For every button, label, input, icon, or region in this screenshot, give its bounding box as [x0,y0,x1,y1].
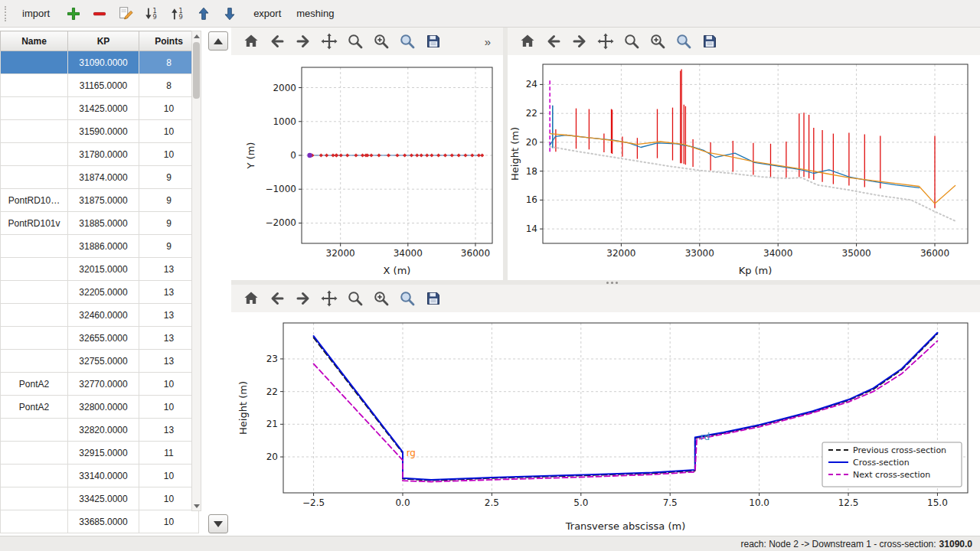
scroll-down-button[interactable] [208,514,228,533]
customize-icon [398,289,416,308]
splitter-grip-icon [606,282,609,284]
back-button[interactable] [266,289,287,309]
table-row[interactable]: PontRD101v31885.00009 [1,212,199,235]
forward-button[interactable] [569,31,590,52]
zoom-button[interactable] [345,31,365,52]
cell-kp: 31780.0000 [68,143,139,166]
subplots-button[interactable] [647,31,668,52]
forward-button[interactable] [292,289,313,309]
cell-points: 13 [139,304,199,327]
customize-icon [398,32,416,51]
table-row[interactable]: PontA232770.000010 [1,373,199,396]
back-button[interactable] [543,31,564,52]
svg-text:36000: 36000 [461,248,490,259]
scroll-up-button[interactable] [208,31,228,51]
cell-kp: 33685.0000 [68,510,139,533]
table-row[interactable]: 33685.000010 [1,510,199,533]
customize-button[interactable] [397,31,417,52]
save-button[interactable] [699,31,720,52]
subplots-button[interactable] [371,289,391,309]
table-row[interactable]: 31090.00008 [1,51,199,74]
table-scrollbar[interactable] [191,31,201,511]
pan-button[interactable] [318,289,339,309]
move-up-icon [195,5,212,22]
table-row[interactable]: 32915.000011 [1,442,199,465]
move-down-button[interactable] [220,4,240,24]
customize-button[interactable] [673,31,694,52]
forward-button[interactable] [292,31,313,52]
home-button[interactable] [240,289,261,309]
svg-text:5.0: 5.0 [573,497,588,508]
cross-section-canvas[interactable]: −2.50.02.55.07.510.012.515.020212223Tran… [231,312,980,536]
plan-canvas[interactable]: 320003400036000−2000−1000010002000X (m)Y… [231,55,503,280]
move-down-icon [221,5,238,22]
cell-kp: 32800.0000 [68,396,139,419]
column-header-points[interactable]: Points [139,31,199,51]
scrollbar-down-arrow-icon[interactable] [192,501,201,510]
cell-name: PontRD101v [1,212,68,235]
zoom-button[interactable] [345,289,365,309]
cell-points: 10 [139,97,199,120]
add-button[interactable] [64,4,83,24]
remove-icon [91,5,108,22]
y-axis: −2000−1000010002000 [265,83,302,229]
pan-button[interactable] [318,31,339,52]
table-row[interactable]: 32820.000013 [1,419,199,442]
pan-button[interactable] [595,31,616,52]
table-row[interactable]: 31165.00008 [1,74,199,97]
cell-name [1,258,68,281]
menu-import[interactable]: import [16,5,56,22]
scrollbar-up-arrow-icon[interactable] [192,31,201,41]
edit-button[interactable] [116,4,136,24]
profile-canvas[interactable]: 3200033000340003500036000141618202224Kp … [508,55,980,280]
save-button[interactable] [423,31,443,52]
pan-icon [596,32,615,51]
zoom-button[interactable] [621,31,642,52]
home-button[interactable] [517,31,537,52]
table-row[interactable]: 31886.00009 [1,235,199,258]
table-row[interactable]: 32655.000013 [1,327,199,350]
table-row[interactable]: 31874.00009 [1,166,199,189]
back-icon [544,32,563,51]
subplots-button[interactable] [371,31,391,52]
svg-text:22: 22 [266,386,278,397]
svg-text:20: 20 [266,452,278,462]
svg-text:2.5: 2.5 [485,497,499,508]
table-row[interactable]: 32755.000013 [1,350,199,373]
table-row[interactable]: 31780.000010 [1,143,199,166]
sort-descending-button[interactable]: 19 [142,4,162,24]
menu-export[interactable]: export [247,5,287,22]
table-row[interactable]: 33140.000010 [1,465,199,487]
x-axis-label: Kp (m) [739,265,773,276]
menu-meshing[interactable]: meshing [290,5,340,22]
table-row[interactable]: PontA232800.000010 [1,396,199,419]
cell-points: 8 [139,74,199,97]
table-row[interactable]: 32015.000013 [1,258,199,281]
home-icon [242,289,260,308]
plan-figure: 320003400036000−2000−1000010002000X (m)Y… [231,55,503,280]
sort-ascending-button[interactable]: 19 [168,4,188,24]
table-row[interactable]: 31590.000010 [1,120,199,143]
remove-button[interactable] [90,4,109,24]
table-row[interactable]: 32205.000013 [1,281,199,304]
table-row[interactable]: PontRD10…31875.00009 [1,189,199,212]
customize-button[interactable] [397,289,417,309]
cell-name [1,442,68,465]
x-axis-label: X (m) [384,265,411,276]
edit-icon [117,5,134,22]
toolbar-grip[interactable] [5,6,10,21]
toolbar-overflow[interactable]: » [482,35,494,48]
back-button[interactable] [266,31,287,52]
svg-text:21: 21 [266,419,278,429]
scrollbar-thumb[interactable] [193,42,200,99]
column-header-kp[interactable]: KP [68,31,139,51]
cell-name [1,419,68,442]
table-row[interactable]: 33425.000010 [1,487,199,510]
table-row[interactable]: 32460.000013 [1,304,199,327]
svg-text:−2000: −2000 [265,217,296,228]
move-up-button[interactable] [194,4,214,24]
home-button[interactable] [240,31,261,52]
table-row[interactable]: 31425.000010 [1,97,199,120]
column-header-name[interactable]: Name [1,31,68,51]
save-button[interactable] [423,289,443,309]
